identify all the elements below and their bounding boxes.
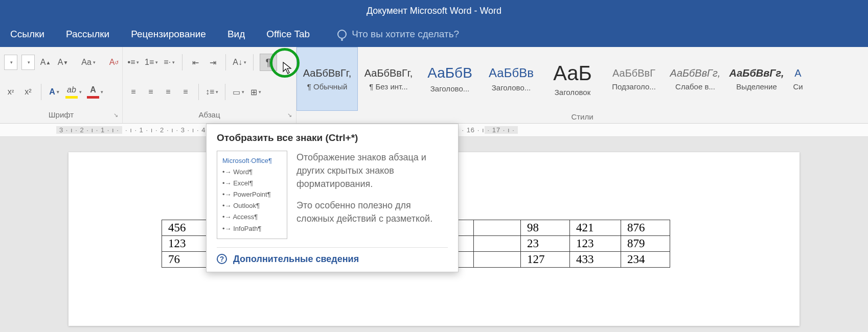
group-font: A▲ A▼ Aa A↺ x² x² A ab A Шрифт (0, 47, 123, 123)
font-name-combo[interactable] (4, 55, 17, 70)
tooltip-preview-box: Microsoft·Office¶ •→ Word¶ •→ Excel¶ •→ … (217, 151, 287, 239)
ribbon: A▲ A▼ Aa A↺ x² x² A ab A Шрифт (0, 47, 868, 124)
tooltip-preview-item: •→ PowerPoint¶ (222, 189, 282, 200)
table-cell[interactable]: 76 (162, 252, 211, 268)
document-area: 3 · ı · 2 · ı · 1 · ı · · ı · 1 · ı · 2 … (0, 124, 868, 332)
align-right-button[interactable]: ≡ (162, 83, 175, 101)
table-cell[interactable]: 421 (570, 220, 621, 236)
font-color-button[interactable]: A (86, 83, 104, 101)
grow-font-button[interactable]: A▲ (39, 54, 52, 71)
tooltip-more-info[interactable]: ? Дополнительные сведения (217, 247, 448, 265)
subscript-button[interactable]: x² (4, 83, 17, 101)
table-cell[interactable]: 23 (521, 236, 570, 252)
table-cell[interactable]: 127 (521, 252, 570, 268)
help-icon: ? (217, 254, 227, 264)
table-cell[interactable] (474, 252, 521, 268)
line-spacing-button[interactable]: ↕≡ (205, 83, 219, 101)
tooltip-show-marks: Отобразить все знаки (Ctrl+*) Microsoft·… (206, 124, 459, 272)
clear-formatting-button[interactable]: A↺ (107, 54, 121, 71)
style-next[interactable]: А Си (787, 47, 809, 111)
tooltip-title: Отобразить все знаки (Ctrl+*) (217, 132, 448, 144)
style-heading1[interactable]: АаБбВ Заголово... (419, 47, 481, 111)
group-paragraph: •≡ 1≡ ≡· ⇤ ⇥ A↓ ¶ ≡ ≡ ≡ ≡ ↕≡ ▭ ⊞ (123, 47, 296, 123)
font-dialog-launcher-icon[interactable]: ↘ (112, 112, 119, 119)
tell-me-search[interactable]: Что вы хотите сделать? (337, 29, 459, 40)
ruler-left-margin: 3 · ı · 2 · ı · 1 · ı · (56, 126, 122, 134)
bullets-button[interactable]: •≡ (127, 54, 140, 71)
change-case-button[interactable]: Aa (82, 54, 95, 71)
show-hide-paragraph-marks-button[interactable]: ¶ (260, 54, 277, 71)
ruler-right-margin: · 17 · ı · (485, 126, 518, 134)
lightbulb-icon (337, 30, 347, 39)
table-cell[interactable]: 456 (162, 220, 211, 236)
style-normal[interactable]: АаБбВвГг, ¶ Обычный (296, 47, 358, 111)
table-cell[interactable]: 433 (570, 252, 621, 268)
tooltip-preview-heading: Microsoft·Office¶ (222, 155, 282, 167)
tab-office-tab[interactable]: Office Tab (266, 29, 310, 40)
paragraph-dialog-launcher-icon[interactable]: ↘ (286, 112, 293, 119)
style-emphasis[interactable]: АаБбВвГг, Выделение (726, 47, 787, 111)
tab-references[interactable]: Ссылки (10, 29, 44, 40)
window-title: Документ Microsoft Word - Word (367, 6, 501, 16)
superscript-button[interactable]: x² (21, 83, 35, 101)
highlight-color-button[interactable]: ab (65, 83, 82, 101)
group-label-styles: Стили (296, 111, 868, 123)
align-left-button[interactable]: ≡ (127, 83, 140, 101)
style-title[interactable]: АаБ Заголовок (542, 47, 603, 111)
decrease-indent-button[interactable]: ⇤ (189, 54, 202, 71)
group-label-paragraph: Абзац ↘ (123, 109, 296, 123)
justify-button[interactable]: ≡ (179, 83, 192, 101)
increase-indent-button[interactable]: ⇥ (206, 54, 219, 71)
numbering-button[interactable]: 1≡ (144, 54, 158, 71)
shading-button[interactable]: ▭ (232, 83, 245, 101)
table-cell[interactable]: 98 (521, 220, 570, 236)
tooltip-preview-item: •→ Outlook¶ (222, 200, 282, 211)
table-cell[interactable] (474, 220, 521, 236)
tooltip-more-link[interactable]: Дополнительные сведения (233, 254, 359, 265)
style-subtitle[interactable]: АаБбВвГ Подзаголо... (603, 47, 665, 111)
title-bar: Документ Microsoft Word - Word (0, 0, 868, 21)
tooltip-preview-item: •→ Word¶ (222, 167, 282, 178)
table-cell[interactable]: 234 (621, 252, 670, 268)
style-no-spacing[interactable]: АаБбВвГг, ¶ Без инт... (358, 47, 419, 111)
sort-button[interactable]: A↓ (232, 54, 247, 71)
tab-mailings[interactable]: Рассылки (66, 29, 109, 40)
shrink-font-button[interactable]: A▼ (56, 54, 70, 71)
table-cell[interactable]: 123 (162, 236, 211, 252)
multilevel-list-button[interactable]: ≡· (163, 54, 176, 71)
tooltip-preview-item: •→ Access¶ (222, 211, 282, 223)
tooltip-preview-item: •→ Excel¶ (222, 178, 282, 189)
table-cell[interactable] (474, 236, 521, 252)
ribbon-tabs: Ссылки Рассылки Рецензирование Вид Offic… (0, 21, 868, 47)
tell-me-placeholder: Что вы хотите сделать? (352, 29, 459, 40)
styles-gallery[interactable]: АаБбВвГг, ¶ Обычный АаБбВвГг, ¶ Без инт.… (296, 47, 868, 111)
tooltip-description: Отображение знаков абзаца и других скрыт… (296, 151, 448, 239)
table-cell[interactable]: 123 (570, 236, 621, 252)
tab-view[interactable]: Вид (227, 29, 245, 40)
table-cell[interactable]: 876 (621, 220, 670, 236)
table-cell[interactable]: 879 (621, 236, 670, 252)
tab-review[interactable]: Рецензирование (131, 29, 206, 40)
text-effects-button[interactable]: A (48, 83, 61, 101)
borders-button[interactable]: ⊞ (249, 83, 262, 101)
style-subtle-emphasis[interactable]: АаБбВвГг, Слабое в... (665, 47, 726, 111)
font-size-combo[interactable] (21, 55, 35, 70)
tooltip-preview-item: •→ InfoPath¶ (222, 223, 282, 234)
align-center-button[interactable]: ≡ (144, 83, 157, 101)
style-heading2[interactable]: АаБбВв Заголово... (481, 47, 542, 111)
group-label-font: Шрифт ↘ (0, 109, 122, 123)
group-styles: АаБбВвГг, ¶ Обычный АаБбВвГг, ¶ Без инт.… (296, 47, 868, 123)
